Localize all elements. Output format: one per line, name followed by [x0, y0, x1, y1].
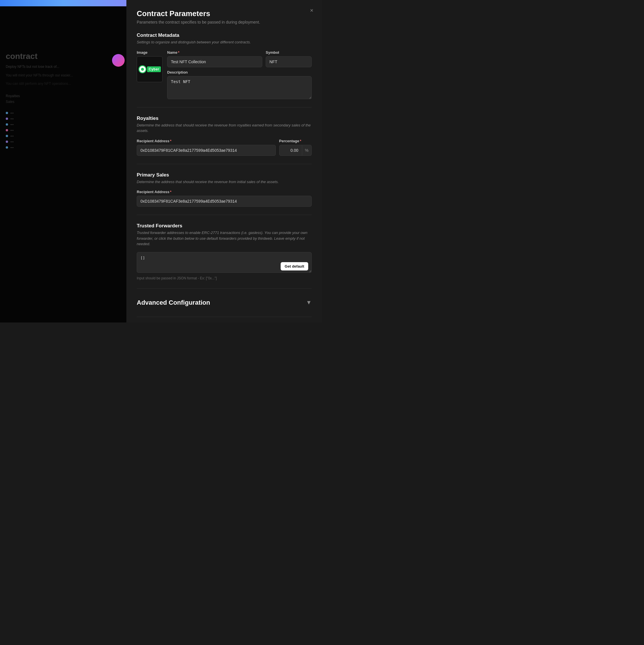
dot-row-4: ••• — [6, 129, 121, 132]
cyber-logo-inner: Cyber — [138, 65, 161, 73]
percentage-group: Percentage* % — [279, 139, 312, 156]
royalties-recipient-label: Recipient Address* — [137, 139, 276, 143]
cyber-circle-inner — [141, 68, 144, 71]
description-textarea[interactable]: Test NFT — [167, 76, 312, 99]
description-form-group: Description Test NFT — [167, 70, 312, 99]
left-label-sales: Sales — [6, 100, 121, 104]
cyber-circle — [138, 65, 146, 73]
dot-row-7: ••• — [6, 146, 121, 149]
advanced-config-title: Advanced Configuration — [137, 299, 210, 306]
get-default-button[interactable]: Get default — [281, 262, 308, 270]
contract-metadata-title: Contract Metadata — [137, 32, 312, 38]
primary-sales-address-group: Recipient Address* — [137, 190, 312, 207]
left-desc-2: You will mint your NFTs through our easi… — [6, 72, 121, 79]
close-button[interactable]: × — [307, 6, 316, 15]
name-desc-column: Name* Symbol Description Test NFT — [167, 50, 312, 99]
metadata-top-row: Image Cyber Name* — [137, 50, 312, 99]
symbol-input[interactable] — [266, 56, 312, 67]
dot-row-1: ••• — [6, 111, 121, 115]
modal-subtitle: Parameters the contract specifies to be … — [137, 20, 312, 24]
dot-row-2: ••• — [6, 117, 121, 121]
cyber-text: Cyber — [147, 66, 161, 72]
name-input[interactable] — [167, 56, 262, 67]
dot-row-3: ••• — [6, 123, 121, 126]
forwarders-box: [] Get default — [137, 252, 312, 274]
dot-text-5: ••• — [10, 134, 14, 138]
chevron-down-icon: ▼ — [306, 299, 312, 306]
modal-panel: × Contract Parameters Parameters the con… — [126, 0, 322, 322]
forwarders-hint: Input should be passed in JSON format - … — [137, 276, 312, 280]
description-label: Description — [167, 70, 312, 74]
symbol-label: Symbol — [266, 50, 312, 55]
image-form-group: Image Cyber — [137, 50, 163, 82]
left-desc-3: You can still perform any NFT operations… — [6, 81, 121, 87]
dot-row-5: ••• — [6, 134, 121, 138]
divider-2 — [137, 164, 312, 164]
name-form-group: Name* — [167, 50, 262, 67]
dot-text-1: ••• — [10, 111, 14, 115]
trusted-forwarders-desc: Trusted forwarder addresses to enable ER… — [137, 230, 312, 247]
trusted-forwarders-title: Trusted Forwarders — [137, 223, 312, 229]
left-panel-title: contract — [6, 52, 121, 61]
percentage-input[interactable] — [279, 145, 302, 156]
left-label-royalties: Royalties — [6, 94, 121, 98]
percentage-label: Percentage* — [279, 139, 312, 143]
dot-text-7: ••• — [10, 146, 14, 149]
left-panel-text: Deploy NFTs but not lose track of... You… — [6, 64, 121, 87]
percentage-required-star: * — [300, 139, 301, 143]
divider-5 — [137, 317, 312, 317]
primary-sales-recipient-input[interactable] — [137, 196, 312, 207]
name-label: Name* — [167, 50, 262, 55]
dot-blue-4 — [6, 146, 8, 149]
royalties-required-star: * — [170, 139, 172, 143]
dot-purple-1 — [6, 118, 8, 120]
left-desc-1: Deploy NFTs but not lose track of... — [6, 64, 121, 70]
divider-3 — [137, 215, 312, 215]
primary-sales-desc: Determine the address that should receiv… — [137, 179, 312, 185]
primary-sales-title: Primary Sales — [137, 172, 312, 178]
modal-title: Contract Parameters — [137, 9, 312, 18]
left-dots-list: ••• ••• ••• ••• ••• ••• ••• — [6, 111, 121, 149]
dot-text-3: ••• — [10, 123, 14, 126]
name-required-star: * — [178, 50, 179, 55]
royalties-title: Royalties — [137, 116, 312, 121]
left-panel-overlay: contract Deploy NFTs but not lose track … — [0, 0, 126, 322]
divider-1 — [137, 107, 312, 108]
dot-row-6: ••• — [6, 140, 121, 144]
contract-metadata-desc: Settings to organize and distinguish bet… — [137, 39, 312, 45]
top-bar — [0, 0, 126, 6]
royalties-desc: Determine the address that should receiv… — [137, 123, 312, 134]
dot-text-2: ••• — [10, 117, 14, 121]
advanced-config-accordion[interactable]: Advanced Configuration ▼ — [137, 297, 312, 309]
royalties-recipient-input[interactable] — [137, 145, 276, 156]
image-upload[interactable]: Cyber — [137, 56, 163, 82]
dot-purple-2 — [6, 141, 8, 143]
cyber-logo: Cyber — [137, 57, 162, 82]
primary-sales-required-star: * — [170, 190, 172, 194]
dot-blue-2 — [6, 123, 8, 126]
name-symbol-row: Name* Symbol — [167, 50, 312, 67]
dot-blue-3 — [6, 135, 8, 137]
royalties-row: Recipient Address* Percentage* % — [137, 139, 312, 156]
dot-text-6: ••• — [10, 140, 14, 144]
dot-blue-1 — [6, 112, 8, 114]
royalties-address-group: Recipient Address* — [137, 139, 276, 156]
primary-sales-recipient-label: Recipient Address* — [137, 190, 312, 194]
symbol-form-group: Symbol — [266, 50, 312, 67]
percentage-input-row: % — [279, 145, 312, 156]
avatar — [112, 54, 125, 67]
dot-text-4: ••• — [10, 129, 14, 132]
image-label: Image — [137, 50, 163, 55]
percentage-suffix: % — [302, 145, 312, 156]
dot-pink-1 — [6, 129, 8, 131]
